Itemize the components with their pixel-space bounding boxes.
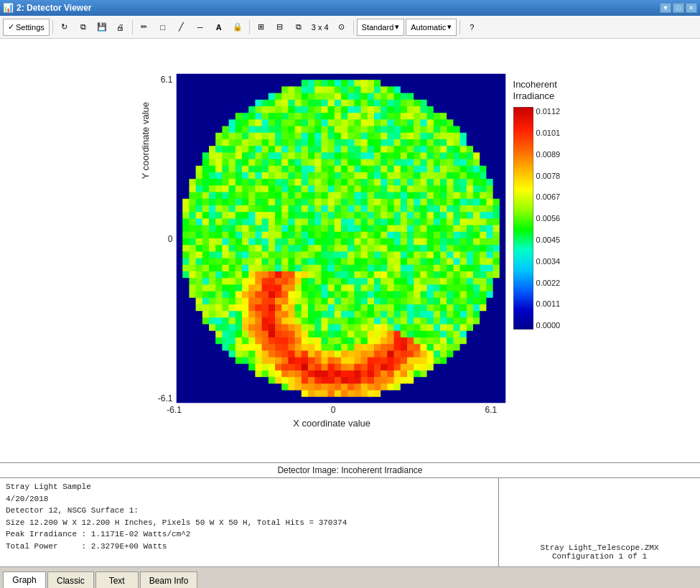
automatic-dropdown[interactable]: Automatic ▾ — [406, 19, 457, 36]
cb-label-7: 0.0034 — [536, 257, 561, 266]
tab-classic[interactable]: Classic — [47, 571, 94, 588]
cb-label-4: 0.0067 — [536, 192, 561, 201]
graph-area: Y coordinate value 6.1 0 -6.1 -6.1 0 6.1 — [0, 39, 700, 462]
toolbar-sep-2 — [132, 20, 133, 34]
info-panel-body: Stray Light Sample 4/20/2018 Detector 12… — [0, 478, 700, 566]
tab-bar: Graph Classic Text Beam Info — [0, 566, 700, 588]
toolbar-sep-5 — [459, 20, 460, 34]
grid-label-button[interactable]: 3 x 4 — [309, 19, 332, 36]
x-axis-label: X coordinate value — [293, 418, 370, 429]
window-title: 2: Detector Viewer — [17, 3, 92, 13]
info-panel-title: Detector Image: Incoherent Irradiance — [0, 463, 700, 478]
colorbar-container: Incoherent Irradiance 0.0112 0.0101 0.00… — [513, 73, 561, 330]
info-line-1: Stray Light Sample — [6, 481, 493, 493]
title-bar-controls: ▼ □ ✕ — [660, 3, 697, 13]
x-ticks: -6.1 0 6.1 — [167, 405, 497, 415]
close-button[interactable]: ✕ — [686, 3, 697, 13]
lock-button[interactable]: 🔒 — [229, 19, 246, 36]
copy-button[interactable]: ⧉ — [75, 19, 92, 36]
toolbar-sep-3 — [249, 20, 250, 34]
standard-dropdown[interactable]: Standard ▾ — [357, 19, 405, 36]
settings-chevron: ✓ — [8, 22, 14, 32]
tab-graph[interactable]: Graph — [3, 571, 46, 588]
y-tick-bot: -6.1 — [158, 393, 173, 403]
y-ticks: 6.1 0 -6.1 — [158, 73, 173, 403]
cb-label-8: 0.0022 — [536, 279, 561, 287]
tab-text[interactable]: Text — [95, 571, 139, 588]
colorbar-title: Incoherent Irradiance — [513, 79, 557, 103]
toolbar-sep-1 — [52, 20, 53, 34]
colorbar — [513, 107, 533, 330]
hline-button[interactable]: ─ — [192, 19, 209, 36]
help-button[interactable]: ? — [463, 19, 480, 36]
app-icon: 📊 — [3, 3, 14, 13]
cb-label-10: 0.0000 — [536, 321, 561, 330]
cb-label-2: 0.0089 — [536, 150, 561, 159]
refresh-button[interactable]: ↻ — [56, 19, 73, 36]
x-tick-right: 6.1 — [485, 405, 497, 415]
grid-view-button[interactable]: ⊞ — [253, 19, 270, 36]
layout-button[interactable]: ⊟ — [271, 19, 289, 36]
info-right: Stray Light_Telescope.ZMX Configuration … — [499, 478, 700, 566]
settings-button[interactable]: ✓ Settings — [3, 19, 50, 36]
automatic-label: Automatic — [411, 23, 446, 32]
print-button[interactable]: 🖨 — [112, 19, 129, 36]
automatic-chevron: ▾ — [447, 22, 452, 32]
plot-with-axes: 6.1 0 -6.1 -6.1 0 6.1 X coordinate value — [158, 73, 506, 429]
standard-chevron: ▾ — [395, 22, 399, 32]
cb-label-6: 0.0045 — [536, 235, 561, 244]
info-config: Configuration 1 of 1 — [540, 552, 658, 561]
cb-label-0: 0.0112 — [536, 107, 561, 116]
info-panel: Detector Image: Incoherent Irradiance St… — [0, 462, 700, 566]
text-button[interactable]: A — [210, 19, 228, 36]
rect-button[interactable]: □ — [154, 19, 172, 36]
cb-label-5: 0.0056 — [536, 214, 561, 223]
target-button[interactable]: ⊙ — [333, 19, 350, 36]
standard-label: Standard — [362, 23, 394, 32]
line-button[interactable]: ╱ — [173, 19, 190, 36]
info-line-5: Peak Irradiance : 1.1171E-02 Watts/cm^2 — [6, 528, 493, 541]
tab-text-label: Text — [109, 576, 125, 586]
tab-classic-label: Classic — [57, 576, 85, 586]
colorbar-labels: 0.0112 0.0101 0.0089 0.0078 0.0067 0.005… — [536, 107, 561, 330]
main-content: Y coordinate value 6.1 0 -6.1 -6.1 0 6.1 — [0, 39, 700, 566]
info-line-4: Size 12.200 W X 12.200 H Inches, Pixels … — [6, 517, 493, 529]
info-left: Stray Light Sample 4/20/2018 Detector 12… — [0, 478, 499, 566]
info-line-6: Total Power : 2.3279E+00 Watts — [6, 541, 493, 553]
x-tick-mid: 0 — [331, 405, 336, 415]
y-tick-mid: 0 — [158, 234, 173, 244]
heatmap — [176, 73, 506, 403]
minimize-button[interactable]: ▼ — [660, 3, 671, 13]
title-bar: 📊 2: Detector Viewer ▼ □ ✕ — [0, 0, 700, 16]
cb-label-1: 0.0101 — [536, 129, 561, 137]
toolbar: ✓ Settings ↻ ⧉ 💾 🖨 ✏ □ ╱ ─ A 🔒 ⊞ ⊟ ⧉ 3 x… — [0, 16, 700, 39]
x-tick-left: -6.1 — [167, 405, 182, 415]
tab-graph-label: Graph — [12, 575, 36, 585]
info-line-2: 4/20/2018 — [6, 493, 493, 505]
info-right-text: Stray Light_Telescope.ZMX Configuration … — [540, 543, 658, 561]
title-bar-left: 📊 2: Detector Viewer — [3, 3, 92, 13]
toolbar-sep-4 — [353, 20, 354, 34]
layers-button[interactable]: ⧉ — [290, 19, 307, 36]
y-axis-label: Y coordinate value — [140, 102, 151, 179]
colorbar-with-labels: 0.0112 0.0101 0.0089 0.0078 0.0067 0.005… — [513, 107, 561, 330]
plot-row: 6.1 0 -6.1 — [158, 73, 506, 403]
info-file: Stray Light_Telescope.ZMX — [540, 543, 658, 552]
grid-label: 3 x 4 — [312, 23, 329, 32]
save-button[interactable]: 💾 — [93, 19, 111, 36]
info-line-3: Detector 12, NSCG Surface 1: — [6, 505, 493, 517]
settings-label: Settings — [16, 23, 45, 32]
heatmap-canvas — [176, 73, 506, 403]
cb-label-3: 0.0078 — [536, 172, 561, 180]
tab-beaminfo-label: Beam Info — [149, 576, 189, 586]
tab-beaminfo[interactable]: Beam Info — [140, 571, 198, 588]
restore-button[interactable]: □ — [673, 3, 684, 13]
y-tick-top: 6.1 — [158, 75, 173, 85]
pencil-button[interactable]: ✏ — [136, 19, 153, 36]
plot-container: Y coordinate value 6.1 0 -6.1 -6.1 0 6.1 — [140, 73, 560, 429]
cb-label-9: 0.0011 — [536, 299, 561, 308]
